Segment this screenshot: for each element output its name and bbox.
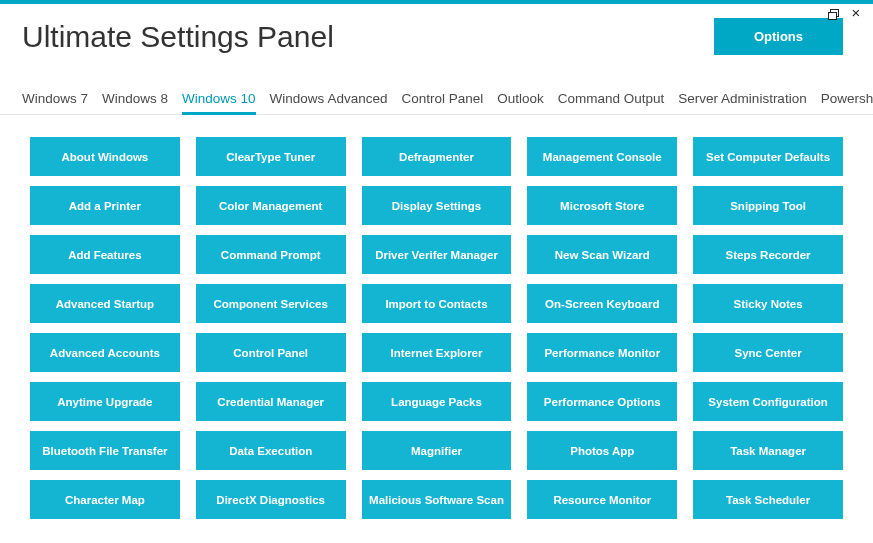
tile-add-a-printer[interactable]: Add a Printer xyxy=(30,186,180,225)
tabstrip: Windows 7Windows 8Windows 10Windows Adva… xyxy=(0,85,873,115)
tile-grid: About WindowsAdd a PrinterAdd FeaturesAd… xyxy=(30,137,843,519)
page-title: Ultimate Settings Panel xyxy=(22,20,334,54)
tile-language-packs[interactable]: Language Packs xyxy=(362,382,512,421)
tile-advanced-startup[interactable]: Advanced Startup xyxy=(30,284,180,323)
tab-windows-10[interactable]: Windows 10 xyxy=(182,85,256,114)
close-icon: × xyxy=(852,8,861,18)
tile-on-screen-keyboard[interactable]: On-Screen Keyboard xyxy=(527,284,677,323)
tile-photos-app[interactable]: Photos App xyxy=(527,431,677,470)
tile-import-to-contacts[interactable]: Import to Contacts xyxy=(362,284,512,323)
tile-control-panel[interactable]: Control Panel xyxy=(196,333,346,372)
tile-advanced-accounts[interactable]: Advanced Accounts xyxy=(30,333,180,372)
window-controls: × xyxy=(825,6,863,20)
tile-steps-recorder[interactable]: Steps Recorder xyxy=(693,235,843,274)
tile-internet-explorer[interactable]: Internet Explorer xyxy=(362,333,512,372)
tile-cleartype-tuner[interactable]: ClearType Tuner xyxy=(196,137,346,176)
tile-grid-container: About WindowsAdd a PrinterAdd FeaturesAd… xyxy=(0,115,873,519)
tab-outlook[interactable]: Outlook xyxy=(497,85,544,114)
tile-component-services[interactable]: Component Services xyxy=(196,284,346,323)
tile-credential-manager[interactable]: Credential Manager xyxy=(196,382,346,421)
tile-management-console[interactable]: Management Console xyxy=(527,137,677,176)
tile-task-scheduler[interactable]: Task Scheduler xyxy=(693,480,843,519)
tile-magnifier[interactable]: Magnifier xyxy=(362,431,512,470)
tile-command-prompt[interactable]: Command Prompt xyxy=(196,235,346,274)
tile-resource-monitor[interactable]: Resource Monitor xyxy=(527,480,677,519)
tile-sync-center[interactable]: Sync Center xyxy=(693,333,843,372)
tile-color-management[interactable]: Color Management xyxy=(196,186,346,225)
tab-command-output[interactable]: Command Output xyxy=(558,85,665,114)
tile-anytime-upgrade[interactable]: Anytime Upgrade xyxy=(30,382,180,421)
restore-icon xyxy=(828,9,837,18)
tile-display-settings[interactable]: Display Settings xyxy=(362,186,512,225)
tile-directx-diagnostics[interactable]: DirectX Diagnostics xyxy=(196,480,346,519)
tab-server-administration[interactable]: Server Administration xyxy=(678,85,806,114)
tile-sticky-notes[interactable]: Sticky Notes xyxy=(693,284,843,323)
tile-performance-options[interactable]: Performance Options xyxy=(527,382,677,421)
tile-driver-verifer-manager[interactable]: Driver Verifer Manager xyxy=(362,235,512,274)
tile-defragmenter[interactable]: Defragmenter xyxy=(362,137,512,176)
tile-set-computer-defaults[interactable]: Set Computer Defaults xyxy=(693,137,843,176)
tile-microsoft-store[interactable]: Microsoft Store xyxy=(527,186,677,225)
tile-performance-monitor[interactable]: Performance Monitor xyxy=(527,333,677,372)
tab-powershell[interactable]: Powershell xyxy=(821,85,873,114)
tile-new-scan-wizard[interactable]: New Scan Wizard xyxy=(527,235,677,274)
close-button[interactable]: × xyxy=(849,6,863,20)
tab-windows-advanced[interactable]: Windows Advanced xyxy=(270,85,388,114)
tile-about-windows[interactable]: About Windows xyxy=(30,137,180,176)
tab-windows-7[interactable]: Windows 7 xyxy=(22,85,88,114)
tile-data-execution[interactable]: Data Execution xyxy=(196,431,346,470)
tile-task-manager[interactable]: Task Manager xyxy=(693,431,843,470)
tile-snipping-tool[interactable]: Snipping Tool xyxy=(693,186,843,225)
restore-button[interactable] xyxy=(825,6,839,20)
tab-control-panel[interactable]: Control Panel xyxy=(401,85,483,114)
tile-character-map[interactable]: Character Map xyxy=(30,480,180,519)
tile-add-features[interactable]: Add Features xyxy=(30,235,180,274)
tile-bluetooth-file-transfer[interactable]: Bluetooth File Transfer xyxy=(30,431,180,470)
tile-system-configuration[interactable]: System Configuration xyxy=(693,382,843,421)
options-button[interactable]: Options xyxy=(714,18,843,55)
header: Ultimate Settings Panel Options xyxy=(0,4,873,65)
tab-windows-8[interactable]: Windows 8 xyxy=(102,85,168,114)
tile-malicious-software-scan[interactable]: Malicious Software Scan xyxy=(362,480,512,519)
